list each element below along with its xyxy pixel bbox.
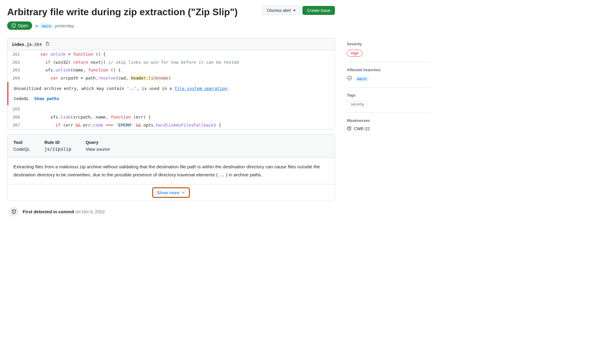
status-badge: Open bbox=[7, 21, 32, 30]
alert-message: Unsanitized archive entry, which may con… bbox=[14, 86, 329, 91]
show-more-button[interactable]: Show more bbox=[152, 187, 190, 198]
code-line: 266 xfs.link(srcpath, name, function (er… bbox=[7, 113, 335, 121]
weakness-cwe-22[interactable]: CWE-22 bbox=[347, 126, 430, 131]
detail-column: Rule IDjs/zipslip bbox=[44, 140, 71, 152]
affected-branch-main[interactable]: main bbox=[355, 76, 369, 81]
svg-point-2 bbox=[13, 212, 14, 213]
timeline-first-detected: First detected in commit on Oct 9, 2022 bbox=[7, 207, 335, 217]
code-line: 264 var srcpath = path.resolve(cwd, head… bbox=[7, 74, 335, 82]
line-content: var srcpath = path.resolve(cwd, header.l… bbox=[25, 74, 335, 82]
line-number: 266 bbox=[7, 113, 25, 121]
line-content: xfs.unlink(name, function () { bbox=[25, 66, 335, 74]
detail-column-value[interactable]: View source bbox=[86, 147, 110, 152]
check-circle-icon bbox=[347, 76, 352, 82]
code-file-location[interactable]: index.js:264 bbox=[12, 42, 42, 47]
severity-badge: High bbox=[347, 50, 363, 57]
line-content bbox=[25, 105, 335, 113]
timeline-date: on Oct 9, 2022 bbox=[74, 209, 105, 214]
code-line: 261 var onlink = function () { bbox=[7, 50, 335, 58]
detail-column-value: js/zipslip bbox=[44, 147, 71, 152]
line-number: 265 bbox=[7, 105, 25, 113]
line-number: 263 bbox=[7, 66, 25, 74]
shield-icon bbox=[9, 207, 18, 217]
code-line: 265 bbox=[7, 105, 335, 113]
weaknesses-heading: Weaknesses bbox=[347, 118, 430, 123]
svg-rect-1 bbox=[47, 43, 49, 46]
line-content: xfs.link(srcpath, name, function (err) { bbox=[25, 113, 335, 121]
shield-icon bbox=[347, 126, 352, 131]
detail-column-label: Rule ID bbox=[44, 140, 71, 145]
file-system-operation-link[interactable]: file system operation bbox=[174, 86, 227, 91]
line-number: 264 bbox=[7, 74, 25, 82]
line-number: 267 bbox=[7, 121, 25, 129]
line-number: 262 bbox=[7, 58, 25, 66]
svg-point-0 bbox=[13, 26, 14, 27]
affected-branches-heading: Affected branches bbox=[347, 68, 430, 72]
alert-block: Unsanitized archive entry, which may con… bbox=[7, 82, 335, 105]
detail-column-label: Query bbox=[86, 140, 110, 145]
chevron-down-icon bbox=[293, 10, 296, 11]
shield-alert-icon bbox=[11, 23, 16, 28]
create-issue-button[interactable]: Create issue bbox=[302, 6, 335, 15]
severity-heading: Severity bbox=[347, 42, 430, 46]
line-content: if (err && err.code === 'EPERM' && opts.… bbox=[25, 121, 335, 129]
code-panel: index.js:264 261 var onlink = function (… bbox=[7, 38, 335, 129]
dismiss-alert-label: Dismiss alert bbox=[267, 8, 291, 13]
codeql-label: CodeQL bbox=[14, 96, 29, 101]
detail-column: QueryView source bbox=[86, 140, 110, 152]
detail-panel: ToolCodeQLRule IDjs/zipslipQueryView sou… bbox=[7, 134, 335, 201]
page-title: Arbitrary file write during zip extracti… bbox=[7, 6, 238, 18]
detail-column-value: CodeQL bbox=[13, 147, 30, 152]
chevron-down-icon bbox=[181, 190, 185, 195]
line-number: 261 bbox=[7, 50, 25, 58]
show-paths-link[interactable]: Show paths bbox=[34, 96, 59, 101]
detail-column-label: Tool bbox=[13, 140, 30, 145]
line-content: var onlink = function () { bbox=[25, 50, 335, 58]
detail-column: ToolCodeQL bbox=[13, 140, 30, 152]
code-line: 267 if (err && err.code === 'EPERM' && o… bbox=[7, 121, 335, 129]
status-when: yesterday bbox=[55, 23, 74, 28]
status-in-text: in main yesterday bbox=[35, 23, 74, 28]
dismiss-alert-button[interactable]: Dismiss alert bbox=[262, 6, 300, 15]
tag-security[interactable]: security bbox=[347, 101, 368, 107]
tags-heading: Tags bbox=[347, 93, 430, 97]
line-content: if (win32) return next() // skip links o… bbox=[25, 58, 335, 66]
copy-icon[interactable] bbox=[45, 41, 50, 47]
svg-point-3 bbox=[349, 129, 350, 130]
timeline-label: First detected in commit bbox=[23, 209, 74, 214]
detail-description: Extracting files from a malicious zip ar… bbox=[7, 158, 335, 184]
status-label: Open bbox=[18, 23, 28, 28]
code-line: 262 if (win32) return next() // skip lin… bbox=[7, 58, 335, 66]
code-line: 263 xfs.unlink(name, function () { bbox=[7, 66, 335, 74]
status-branch-chip[interactable]: main bbox=[40, 24, 53, 29]
